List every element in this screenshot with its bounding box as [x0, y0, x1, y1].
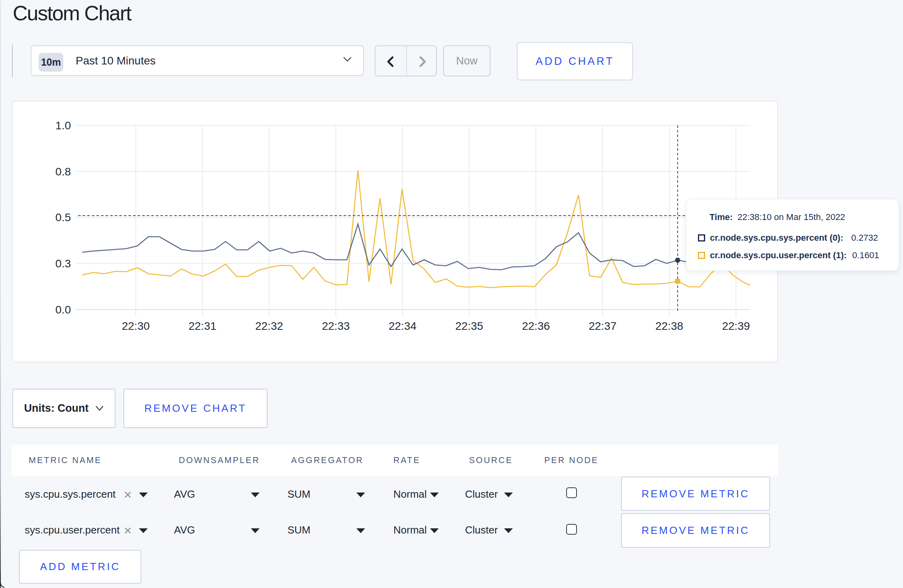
svg-text:22:37: 22:37	[588, 320, 616, 332]
svg-text:22:34: 22:34	[389, 320, 416, 332]
svg-text:22:35: 22:35	[455, 320, 483, 332]
svg-text:0.8: 0.8	[55, 165, 71, 178]
svg-text:0.0: 0.0	[55, 304, 71, 316]
svg-text:22:32: 22:32	[255, 320, 283, 332]
svg-text:22:31: 22:31	[188, 320, 216, 332]
svg-text:0.5: 0.5	[55, 211, 71, 224]
svg-text:22:30: 22:30	[122, 320, 150, 332]
svg-text:22:38: 22:38	[655, 320, 683, 332]
svg-text:22:36: 22:36	[522, 320, 550, 332]
svg-text:22:39: 22:39	[722, 320, 750, 332]
svg-text:0.3: 0.3	[55, 257, 71, 270]
svg-text:22:33: 22:33	[322, 320, 350, 332]
svg-text:1.0: 1.0	[55, 119, 71, 132]
